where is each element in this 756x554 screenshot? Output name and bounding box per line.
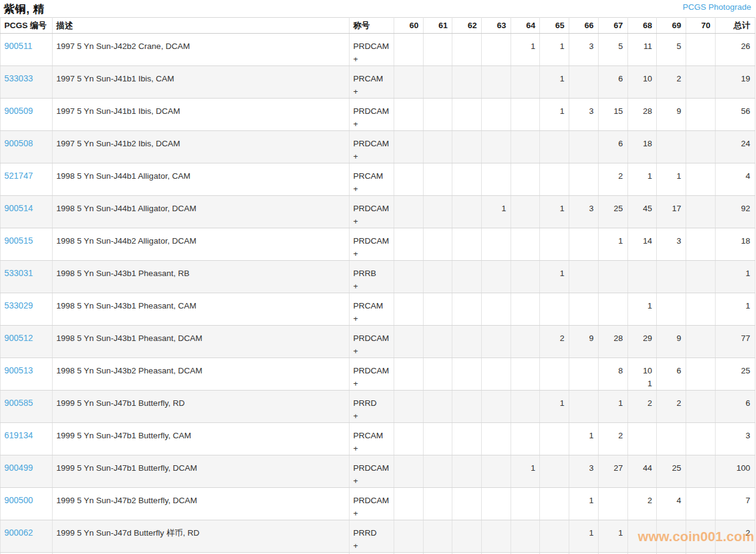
- grade-69-count: 4: [657, 488, 686, 520]
- designation-cell: PRDCAM +: [350, 488, 394, 520]
- grade-65-count: [540, 488, 569, 520]
- pcgs-number-link[interactable]: 521747: [4, 171, 33, 181]
- pcgs-number-cell: 521747: [1, 163, 53, 196]
- designation-line2: +: [353, 474, 389, 487]
- table-row: 900585 1999 5 Yn Sun-J47b1 Butterfly, RD…: [1, 391, 755, 423]
- col-header-grade-65: 65: [540, 18, 569, 34]
- pcgs-number-cell: 900512: [1, 326, 53, 358]
- coin-description: 1998 5 Yn Sun-J44b1 Alligator, DCAM: [53, 196, 350, 228]
- grade-66-count: 1: [569, 520, 599, 553]
- table-row: 900062 1999 5 Yn Sun-J47d Butterfly 样币, …: [1, 520, 755, 553]
- grade-66-count: [569, 66, 599, 99]
- pcgs-number-link[interactable]: 900500: [4, 495, 33, 505]
- pcgs-number-link[interactable]: 900062: [4, 528, 33, 537]
- coin-description: 1997 5 Yn Sun-J41b1 Ibis, CAM: [53, 66, 350, 99]
- grade-63-count: [482, 391, 511, 423]
- col-header-designation: 称号: [350, 18, 394, 34]
- grade-64-count: [511, 228, 540, 261]
- grade-61-count: [423, 66, 452, 99]
- grade-67-count: 1: [598, 520, 627, 553]
- grade-66-count: 1: [569, 423, 599, 455]
- grade-69-count: [657, 520, 686, 553]
- grade-69-count: [657, 261, 686, 293]
- pcgs-photograde-link[interactable]: PCGS Photograde: [683, 2, 751, 12]
- grade-62-count: [452, 99, 482, 131]
- designation-cell: PRRD +: [350, 391, 394, 423]
- designation-line1: PRRD: [353, 397, 389, 410]
- grade-67-count: [598, 293, 627, 326]
- pcgs-number-link[interactable]: 619134: [4, 430, 33, 440]
- grade-70-count: [686, 423, 715, 455]
- grade-65-count: [540, 163, 569, 196]
- pcgs-number-link[interactable]: 900514: [4, 203, 33, 213]
- grade-70-count: [686, 520, 715, 553]
- grade-67-count: 25: [598, 196, 627, 228]
- grade-65-count: 1: [540, 66, 569, 99]
- total-count: 3: [715, 423, 755, 455]
- grade-63-count: [482, 66, 511, 99]
- grade-61-count: [423, 99, 452, 131]
- total-count: 24: [715, 131, 755, 163]
- designation-cell: PRRB +: [350, 261, 394, 293]
- pcgs-number-link[interactable]: 900513: [4, 365, 33, 375]
- grade-66-count: [569, 261, 599, 293]
- grade-61-count: [423, 391, 452, 423]
- designation-cell: PRDCAM +: [350, 455, 394, 488]
- pcgs-number-link[interactable]: 533033: [4, 73, 33, 83]
- grade-70-count: [686, 391, 715, 423]
- grade-61-count: [423, 423, 452, 455]
- table-row: 900508 1997 5 Yn Sun-J41b2 Ibis, DCAM PR…: [1, 131, 755, 163]
- pcgs-number-cell: 533033: [1, 66, 53, 99]
- grade-66-count: [569, 358, 599, 391]
- grade-60-count: [394, 326, 424, 358]
- grade-66-count: 3: [569, 196, 599, 228]
- pcgs-number-link[interactable]: 533031: [4, 268, 33, 278]
- designation-line2: +: [353, 377, 389, 390]
- grade-68-count: [627, 423, 657, 455]
- grade-60-count: [394, 455, 424, 488]
- pcgs-number-link[interactable]: 900512: [4, 333, 33, 343]
- pcgs-number-link[interactable]: 900508: [4, 138, 33, 148]
- pcgs-number-link[interactable]: 900509: [4, 106, 33, 116]
- pcgs-number-link[interactable]: 900511: [4, 41, 32, 51]
- table-row: 900509 1997 5 Yn Sun-J41b1 Ibis, DCAM PR…: [1, 99, 755, 131]
- grade-60-count: [394, 99, 424, 131]
- grade-64-count: [511, 163, 540, 196]
- pcgs-number-cell: 900062: [1, 520, 53, 553]
- table-row: 533031 1998 5 Yn Sun-J43b1 Pheasant, RB …: [1, 261, 755, 293]
- top-bar: 紫铜, 精 PCGS Photograde: [0, 0, 756, 17]
- designation-line2: +: [353, 312, 389, 325]
- grade-61-count: [423, 196, 452, 228]
- grade-60-count: [394, 261, 424, 293]
- grade-67-count: [598, 261, 627, 293]
- page-title: 紫铜, 精: [4, 2, 45, 17]
- grade-61-count: [423, 228, 452, 261]
- designation-line1: PRDCAM: [353, 105, 389, 118]
- designation-cell: PRDCAM +: [350, 196, 394, 228]
- table-row: 900511 1997 5 Yn Sun-J42b2 Crane, DCAM P…: [1, 34, 755, 66]
- designation-line2: +: [353, 410, 389, 422]
- grade-65-count: [540, 228, 569, 261]
- grade-60-count: [394, 228, 424, 261]
- grade-66-count: 9: [569, 326, 599, 358]
- coin-description: 1998 5 Yn Sun-J44b2 Alligator, DCAM: [53, 228, 350, 261]
- grade-63-count: [482, 520, 511, 553]
- grade-60-count: [394, 391, 424, 423]
- grade-69-count: 9: [657, 99, 686, 131]
- grade-62-count: [452, 455, 482, 488]
- grade-60-count: [394, 358, 424, 391]
- designation-line2: +: [353, 247, 389, 260]
- grade-65-count: [540, 358, 569, 391]
- grade-64-count: [511, 358, 540, 391]
- col-header-grade-68: 68: [627, 18, 657, 34]
- coin-description: 1998 5 Yn Sun-J43b1 Pheasant, DCAM: [53, 326, 350, 358]
- total-count: 2: [715, 520, 755, 553]
- grade-64-count: [511, 66, 540, 99]
- pcgs-number-link[interactable]: 900499: [4, 463, 33, 473]
- grade-68-count: 1: [627, 293, 657, 326]
- grade-63-count: [482, 358, 511, 391]
- pcgs-number-link[interactable]: 900585: [4, 398, 33, 408]
- pcgs-number-link[interactable]: 900515: [4, 236, 33, 245]
- pcgs-number-link[interactable]: 533029: [4, 301, 33, 310]
- grade-65-count: 1: [540, 99, 569, 131]
